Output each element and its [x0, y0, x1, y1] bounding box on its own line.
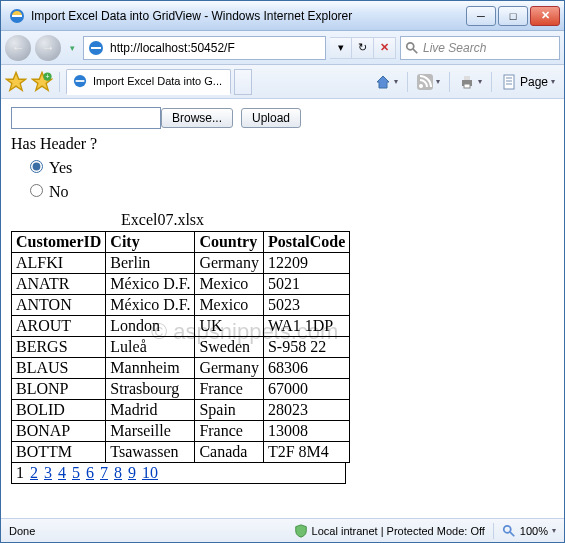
close-button[interactable]: ✕: [530, 6, 560, 26]
back-button[interactable]: ←: [5, 35, 31, 61]
table-cell: Strasbourg: [106, 379, 195, 400]
maximize-button[interactable]: □: [498, 6, 528, 26]
status-zone: Local intranet | Protected Mode: Off: [312, 525, 485, 537]
table-row: BONAPMarseilleFrance13008: [12, 421, 350, 442]
table-cell: Sweden: [195, 337, 264, 358]
window-title: Import Excel Data into GridView - Window…: [31, 9, 464, 23]
table-cell: Marseille: [106, 421, 195, 442]
table-row: BLAUSMannheimGermany68306: [12, 358, 350, 379]
svg-line-5: [413, 48, 417, 52]
file-path-input[interactable]: [11, 107, 161, 129]
column-header: City: [106, 232, 195, 253]
zoom-control[interactable]: 100% ▾: [502, 524, 556, 538]
nav-history-dropdown[interactable]: ▾: [65, 43, 79, 53]
header-question: Has Header ?: [11, 135, 554, 153]
column-header: Country: [195, 232, 264, 253]
table-cell: T2F 8M4: [263, 442, 349, 463]
pager-link[interactable]: 2: [30, 464, 38, 481]
add-favorites-button[interactable]: +: [31, 71, 53, 93]
gridview: CustomerIDCityCountryPostalCode ALFKIBer…: [11, 231, 350, 463]
svg-rect-15: [464, 76, 470, 80]
table-cell: UK: [195, 316, 264, 337]
table-cell: 12209: [263, 253, 349, 274]
radio-no-label[interactable]: No: [25, 179, 554, 203]
url-input[interactable]: [108, 41, 325, 55]
zone-icon: [294, 524, 308, 538]
table-cell: BLONP: [12, 379, 106, 400]
status-done: Done: [9, 525, 35, 537]
pager-link[interactable]: 10: [142, 464, 158, 481]
table-cell: 28023: [263, 400, 349, 421]
table-row: ANATRMéxico D.F.Mexico5021: [12, 274, 350, 295]
home-button[interactable]: ▾: [370, 70, 403, 94]
pager-link[interactable]: 5: [72, 464, 80, 481]
table-cell: WA1 1DP: [263, 316, 349, 337]
page-menu[interactable]: Page▾: [496, 70, 560, 94]
browse-button[interactable]: Browse...: [161, 108, 233, 128]
refresh-button[interactable]: ↻: [352, 37, 374, 59]
table-cell: AROUT: [12, 316, 106, 337]
table-cell: Luleå: [106, 337, 195, 358]
pager-link[interactable]: 9: [128, 464, 136, 481]
svg-point-4: [407, 42, 414, 49]
svg-point-21: [504, 525, 511, 532]
table-cell: ANTON: [12, 295, 106, 316]
table-cell: México D.F.: [106, 295, 195, 316]
table-cell: S-958 22: [263, 337, 349, 358]
table-row: AROUTLondonUKWA1 1DP: [12, 316, 350, 337]
column-header: PostalCode: [263, 232, 349, 253]
table-cell: Tsawassen: [106, 442, 195, 463]
pager-link[interactable]: 7: [100, 464, 108, 481]
search-icon: [405, 41, 419, 55]
radio-yes[interactable]: [30, 160, 43, 173]
table-cell: México D.F.: [106, 274, 195, 295]
pager-link[interactable]: 6: [86, 464, 94, 481]
forward-button[interactable]: →: [35, 35, 61, 61]
table-cell: France: [195, 379, 264, 400]
grid-caption: Excel07.xlsx: [121, 211, 554, 229]
titlebar: Import Excel Data into GridView - Window…: [1, 1, 564, 31]
tab-title: Import Excel Data into G...: [93, 75, 222, 87]
svg-line-22: [510, 531, 514, 535]
zoom-icon: [502, 524, 516, 538]
table-cell: 13008: [263, 421, 349, 442]
upload-button[interactable]: Upload: [241, 108, 301, 128]
tab-active[interactable]: Import Excel Data into G...: [66, 69, 231, 95]
pager-link[interactable]: 8: [114, 464, 122, 481]
table-cell: ANATR: [12, 274, 106, 295]
svg-marker-6: [6, 72, 25, 90]
table-cell: Madrid: [106, 400, 195, 421]
svg-rect-16: [464, 84, 470, 88]
table-cell: Spain: [195, 400, 264, 421]
radio-no[interactable]: [30, 184, 43, 197]
table-row: BERGSLuleåSwedenS-958 22: [12, 337, 350, 358]
page-icon: [88, 40, 104, 56]
print-button[interactable]: ▾: [454, 70, 487, 94]
browser-window: Import Excel Data into GridView - Window…: [0, 0, 565, 543]
table-row: BOTTMTsawassenCanadaT2F 8M4: [12, 442, 350, 463]
address-dropdown[interactable]: ▾: [330, 37, 352, 59]
table-cell: 68306: [263, 358, 349, 379]
feeds-button[interactable]: ▾: [412, 70, 445, 94]
table-cell: BONAP: [12, 421, 106, 442]
tab-ie-icon: [73, 74, 87, 88]
file-upload: Browse...: [11, 107, 233, 129]
radio-yes-label[interactable]: Yes: [25, 155, 554, 179]
zoom-value: 100%: [520, 525, 548, 537]
table-row: BLONPStrasbourgFrance67000: [12, 379, 350, 400]
stop-button[interactable]: ✕: [374, 37, 396, 59]
pager-link[interactable]: 3: [44, 464, 52, 481]
table-cell: BLAUS: [12, 358, 106, 379]
table-cell: Germany: [195, 253, 264, 274]
pager-link[interactable]: 4: [58, 464, 66, 481]
favorites-button[interactable]: [5, 71, 27, 93]
table-cell: Mexico: [195, 274, 264, 295]
table-cell: France: [195, 421, 264, 442]
toolbar: + Import Excel Data into G... ▾ ▾ ▾ Page…: [1, 65, 564, 99]
minimize-button[interactable]: ─: [466, 6, 496, 26]
table-cell: ALFKI: [12, 253, 106, 274]
search-box[interactable]: Live Search: [400, 36, 560, 60]
ie-icon: [9, 8, 25, 24]
pager: 1 2 3 4 5 6 7 8 9 10: [11, 463, 346, 484]
new-tab-button[interactable]: [234, 69, 252, 95]
